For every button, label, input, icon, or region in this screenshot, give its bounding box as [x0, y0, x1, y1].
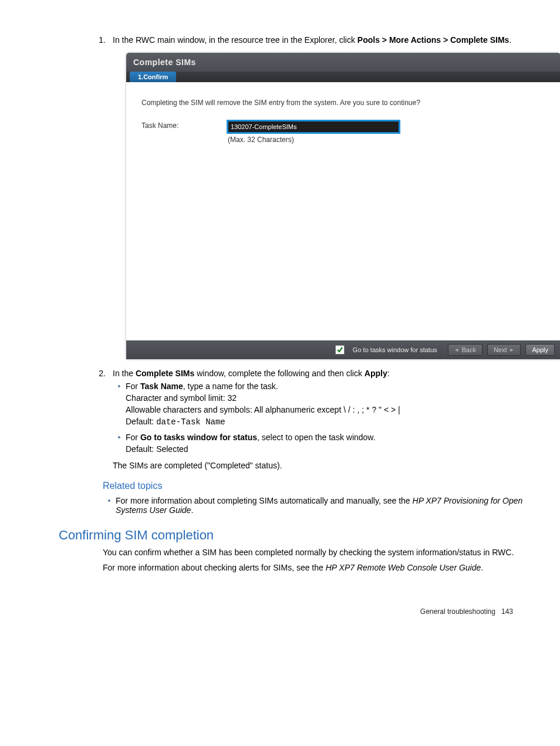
field-name: Go to tasks window for status — [140, 433, 257, 442]
step-text: In the RWC main window, in the resource … — [113, 35, 548, 45]
step-text: In the Complete SIMs window, complete th… — [113, 369, 548, 470]
text: For — [126, 433, 140, 442]
text: Default: — [126, 417, 156, 426]
list-item: • For Go to tasks window for status, sel… — [113, 433, 537, 456]
text: For more information about checking aler… — [103, 563, 326, 572]
step-number: 1. — [88, 35, 113, 45]
doc-title: HP XP7 Remote Web Console User Guide — [326, 563, 481, 572]
bullet-icon: • — [113, 433, 126, 456]
back-button[interactable]: ◄Back — [448, 344, 483, 356]
button-label: Next — [494, 346, 507, 353]
bullet-icon: • — [103, 496, 116, 515]
window-name: Complete SIMs — [136, 369, 194, 378]
step-1: 1. In the RWC main window, in the resour… — [88, 35, 548, 45]
paragraph: You can confirm whether a SIM has been c… — [103, 548, 537, 557]
text: In the RWC main window, in the resource … — [113, 35, 357, 45]
footer-label: General troubleshooting — [420, 607, 495, 616]
tab-confirm[interactable]: 1.Confirm — [130, 72, 176, 82]
code-text: date-Task Name — [156, 417, 225, 427]
complete-sims-dialog: Complete SIMs 1.Confirm Completing the S… — [126, 53, 560, 359]
field-name: Task Name — [140, 382, 183, 391]
task-name-row: Task Name: (Max. 32 Characters) — [141, 120, 545, 144]
button-label: Apply — [532, 346, 548, 353]
text: For — [126, 382, 140, 391]
text: For more information about completing SI… — [116, 496, 413, 505]
go-to-tasks-checkbox[interactable] — [335, 345, 345, 355]
dialog-tab-bar: 1.Confirm — [126, 72, 560, 82]
chevron-right-icon: ► — [510, 347, 515, 353]
button-label: Back — [461, 346, 475, 353]
list-item: • For more information about completing … — [103, 496, 548, 515]
text: window, complete the following and then … — [194, 369, 365, 378]
text: , type a name for the task. — [183, 382, 278, 391]
section-heading: Confirming SIM completion — [59, 528, 548, 543]
text: Default: Selected — [126, 444, 525, 454]
dialog-body: Completing the SIM will remove the SIM e… — [126, 82, 560, 340]
task-name-hint: (Max. 32 Characters) — [228, 136, 400, 144]
result-text: The SIMs are completed ("Completed" stat… — [113, 461, 537, 470]
task-name-input[interactable] — [227, 120, 400, 134]
text: : — [387, 369, 390, 378]
bullet-icon: • — [113, 382, 126, 429]
text: . — [191, 505, 193, 515]
text: . — [481, 563, 483, 572]
paragraph: For more information about checking aler… — [103, 563, 537, 572]
text: , select to open the task window. — [257, 433, 376, 442]
list-item: • For Task Name, type a name for the tas… — [113, 382, 537, 429]
next-button[interactable]: Next► — [487, 344, 521, 356]
text: . — [509, 35, 511, 45]
menu-path: Pools > More Actions > Complete SIMs — [357, 35, 510, 45]
go-to-tasks-label: Go to tasks window for status — [353, 346, 437, 353]
button-name: Apply — [365, 369, 387, 378]
apply-button[interactable]: Apply — [525, 344, 555, 356]
page-number: 143 — [501, 607, 513, 616]
step-2: 2. In the Complete SIMs window, complete… — [88, 369, 548, 470]
page-footer: General troubleshooting 143 — [12, 607, 513, 616]
task-name-label: Task Name: — [141, 120, 227, 130]
dialog-title: Complete SIMs — [126, 53, 560, 72]
chevron-left-icon: ◄ — [454, 347, 460, 353]
text: Character and symbol limit: 32 — [126, 393, 525, 403]
text: In the — [113, 369, 136, 378]
step-number: 2. — [88, 369, 113, 470]
dialog-message: Completing the SIM will remove the SIM e… — [141, 99, 545, 107]
text: Allowable characters and symbols: All al… — [126, 405, 525, 414]
dialog-footer: Go to tasks window for status ◄Back Next… — [126, 340, 560, 359]
related-topics-heading: Related topics — [103, 481, 548, 491]
checkmark-icon — [336, 346, 343, 353]
